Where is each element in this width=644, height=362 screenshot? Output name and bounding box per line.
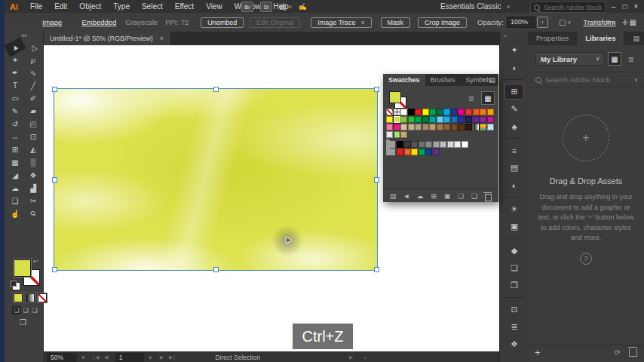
library-search-row[interactable]: ∨ [528,72,644,87]
swatch[interactable] [437,124,443,130]
swatch[interactable] [451,116,458,123]
new-folder-icon[interactable]: ❏ [454,192,468,201]
dock-icon[interactable] [504,297,524,298]
swatch[interactable] [422,124,429,130]
artboard-number-field[interactable]: 1 [115,353,144,362]
swatch[interactable] [465,109,472,115]
align-panel-icon[interactable]: ≣ [504,319,524,335]
new-color-group-icon[interactable]: ⊞ [427,192,440,201]
swatch[interactable] [419,141,425,148]
chevron-down-icon[interactable]: ∨ [289,4,293,10]
document-tab[interactable]: Untitled-1* @ 50% (RGB/Preview) × [43,32,171,45]
swatch[interactable] [433,141,440,148]
transparency-panel-icon[interactable]: ◐ [504,177,524,193]
swatch[interactable] [458,109,465,115]
screen-mode-icon[interactable]: ❐ [20,318,26,327]
dock-collapse-icon[interactable]: « [500,32,529,38]
menu-item[interactable]: File [24,2,48,11]
chevron-down-icon[interactable]: ∨ [567,20,571,26]
swatch-pattern-blue[interactable] [487,124,494,130]
touch-workspace-icon[interactable]: ✍ [299,3,307,11]
dock-icon[interactable] [504,238,524,239]
swatch[interactable] [400,116,407,123]
swatch[interactable] [404,141,411,148]
close-tab-icon[interactable]: × [160,35,164,42]
list-view-button[interactable]: ≣ [624,52,638,66]
crop-image-button[interactable]: Crop Image [418,17,467,28]
dock-icon[interactable] [504,79,524,80]
color-themes-icon[interactable]: ☁ [413,192,427,201]
search-input[interactable] [542,3,604,12]
swatch[interactable] [415,109,422,115]
selection-handle[interactable] [374,87,379,92]
swatch[interactable] [422,116,429,123]
last-artboard-icon[interactable]: ▶| [169,354,176,360]
rectangle-tool[interactable]: ▭ [6,92,24,105]
panel-menu-icon[interactable]: ▤ [633,35,639,42]
first-artboard-icon[interactable]: |◀ [93,354,100,360]
selection-handle[interactable] [52,87,57,92]
swatch[interactable] [480,109,486,115]
swatch-list-view-button[interactable]: ≣ [465,91,478,105]
graphic-styles-panel-icon[interactable]: ▣ [504,219,524,235]
default-fill-stroke-icon[interactable] [12,282,20,290]
swatch-kinds-icon[interactable]: ◄ [400,192,413,201]
swatch[interactable] [394,124,400,130]
maximize-button[interactable]: □ [619,0,630,13]
swatch[interactable] [451,109,458,115]
swatch-libraries-icon[interactable]: ▤ [386,192,400,201]
selection-type-link[interactable]: Image [42,18,62,26]
color-guide-icon[interactable]: ◗ [504,60,524,75]
swatches-panel-icon[interactable]: ⊞ [504,84,524,100]
menu-item[interactable]: Edit [48,2,73,11]
menu-item[interactable]: Effect [169,2,200,11]
swatch-grid-view-button[interactable]: ▦ [481,91,495,105]
swatch[interactable] [458,124,465,130]
library-select[interactable]: My Library ∨ [535,52,605,66]
swatch[interactable] [429,109,436,115]
swatch[interactable] [458,116,465,123]
bounding-box-icon[interactable]: ▢ [559,18,566,26]
brushes-panel-icon[interactable]: ✎ [504,101,524,117]
mesh-tool[interactable]: ▦ [6,156,24,169]
arrange-documents-icon[interactable]: ▦ [279,3,286,11]
stroke-panel-icon[interactable]: ≡ [504,143,524,158]
selection-handle[interactable] [374,177,379,183]
status-options-icon[interactable]: ▶ [349,354,354,360]
swap-fill-stroke-icon[interactable]: ↩ [33,258,38,265]
swatch[interactable] [400,109,407,115]
swatch-pattern-green[interactable] [394,131,400,138]
swatch[interactable] [415,124,422,130]
sync-icon[interactable]: ⟳ [615,348,621,357]
gradient-fill-button[interactable] [26,293,35,302]
swatch-none[interactable] [386,109,393,115]
layers-panel-icon[interactable]: ◆ [504,243,524,259]
chevron-down-icon[interactable]: ∨ [634,77,638,83]
swatch[interactable] [437,116,443,123]
swatch[interactable] [400,124,407,130]
swatch-pattern-dots[interactable] [386,131,393,138]
hand-tool[interactable]: ☝ [6,207,24,220]
swatch[interactable] [425,141,432,148]
menu-item[interactable]: Object [73,2,107,11]
symbol-sprayer-tool[interactable]: ☁ [6,182,24,195]
swatch[interactable] [408,109,415,115]
opacity-value-field[interactable]: 100% [507,17,535,28]
swatch[interactable] [397,149,403,155]
symbols-panel-icon[interactable]: ♣ [504,118,524,134]
next-artboard-icon[interactable]: ▶ [160,354,164,360]
minimize-button[interactable]: – [608,0,619,13]
swatch-gradient-bw[interactable] [473,124,480,130]
free-transform-tool[interactable]: ⊡ [24,130,42,143]
draw-inside-icon[interactable]: ❏ [30,306,39,314]
align-options-icon[interactable]: ≡ [606,18,611,26]
swatch[interactable] [404,149,411,155]
zoom-level-field[interactable]: 50% [47,353,77,362]
pathfinder-panel-icon[interactable]: ❖ [504,336,524,352]
pen-tool[interactable]: ✒ [6,66,24,79]
selection-handle[interactable] [213,267,219,272]
swatch[interactable] [433,149,440,155]
tab-properties[interactable]: Properties [528,32,577,45]
swatch-pattern-texture[interactable] [400,131,407,138]
draw-behind-icon[interactable]: ❏ [21,306,30,314]
